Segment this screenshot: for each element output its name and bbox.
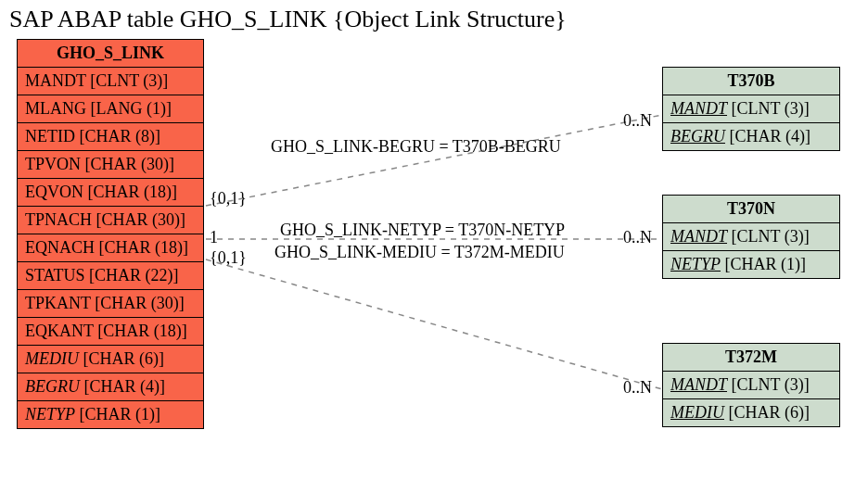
cardinality-right-3: 0..N — [623, 378, 652, 398]
table-header: T370B — [663, 68, 839, 95]
relation-label-mediu: GHO_S_LINK-MEDIU = T372M-MEDIU — [274, 243, 565, 262]
page-title: SAP ABAP table GHO_S_LINK {Object Link S… — [9, 6, 567, 33]
cardinality-right-1: 0..N — [623, 111, 652, 131]
table-row: MANDT [CLNT (3)] — [18, 68, 203, 95]
table-row: TPKANT [CHAR (30)] — [18, 290, 203, 318]
cardinality-left-3: {0,1} — [210, 248, 247, 268]
table-t370b: T370B MANDT [CLNT (3)] BEGRU [CHAR (4)] — [662, 67, 840, 151]
table-row: MANDT [CLNT (3)] — [663, 95, 839, 123]
table-row: EQKANT [CHAR (18)] — [18, 318, 203, 346]
table-row: EQNACH [CHAR (18)] — [18, 234, 203, 262]
relation-label-netyp: GHO_S_LINK-NETYP = T370N-NETYP — [280, 221, 565, 240]
table-row: TPVON [CHAR (30)] — [18, 151, 203, 179]
table-row: MEDIU [CHAR (6)] — [663, 399, 839, 426]
table-t370n: T370N MANDT [CLNT (3)] NETYP [CHAR (1)] — [662, 195, 840, 279]
table-row: BEGRU [CHAR (4)] — [663, 123, 839, 150]
cardinality-right-2: 0..N — [623, 228, 652, 247]
table-gho-s-link: GHO_S_LINK MANDT [CLNT (3)] MLANG [LANG … — [17, 39, 204, 429]
table-row: NETID [CHAR (8)] — [18, 123, 203, 151]
table-row: MANDT [CLNT (3)] — [663, 372, 839, 399]
table-row: STATUS [CHAR (22)] — [18, 262, 203, 290]
cardinality-left-2: 1 — [210, 228, 218, 247]
relation-label-begru: GHO_S_LINK-BEGRU = T370B-BEGRU — [271, 137, 561, 157]
table-row: EQVON [CHAR (18)] — [18, 179, 203, 207]
table-row: TPNACH [CHAR (30)] — [18, 207, 203, 234]
table-row: MANDT [CLNT (3)] — [663, 223, 839, 251]
table-header: GHO_S_LINK — [18, 40, 203, 68]
table-row: NETYP [CHAR (1)] — [18, 401, 203, 428]
table-header: T370N — [663, 196, 839, 223]
table-row: NETYP [CHAR (1)] — [663, 251, 839, 278]
table-row: BEGRU [CHAR (4)] — [18, 373, 203, 401]
cardinality-left-1: {0,1} — [210, 189, 247, 209]
svg-line-0 — [206, 115, 662, 206]
table-header: T372M — [663, 344, 839, 372]
svg-line-2 — [206, 259, 662, 389]
table-t372m: T372M MANDT [CLNT (3)] MEDIU [CHAR (6)] — [662, 343, 840, 427]
table-row: MEDIU [CHAR (6)] — [18, 346, 203, 373]
table-row: MLANG [LANG (1)] — [18, 95, 203, 123]
